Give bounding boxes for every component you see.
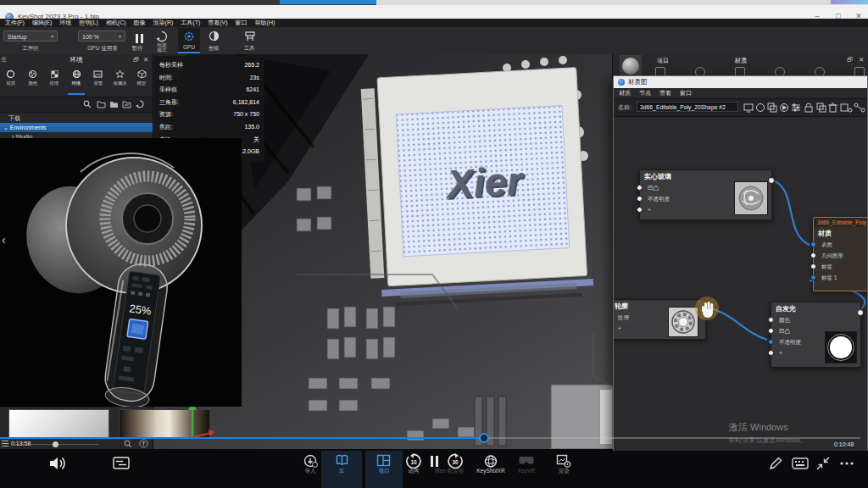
input-socket[interactable] [768, 328, 774, 334]
output-socket[interactable] [768, 177, 775, 184]
tab-models[interactable]: 模型 [131, 68, 153, 95]
output-socket[interactable] [857, 309, 864, 316]
zoom-icon[interactable] [124, 440, 132, 448]
graph-toolbar-icons[interactable] [743, 102, 867, 114]
denoise-icon[interactable] [209, 30, 220, 42]
project-label[interactable]: 项目 [370, 468, 398, 475]
open-folder-icon[interactable] [122, 100, 131, 108]
import-label[interactable]: 导入 [297, 468, 324, 475]
input-socket[interactable] [810, 274, 816, 280]
mg-menu-material[interactable]: 材质 [619, 89, 631, 97]
prev-chevron-icon[interactable]: ‹ [2, 233, 6, 247]
import-folder-icon[interactable] [109, 100, 119, 108]
material-name-field[interactable]: 3d66_Editable_Poly_20Shape #2 [637, 102, 738, 112]
tree-item-environments[interactable]: ⌄ Environments [0, 123, 153, 132]
tools-icon[interactable] [244, 30, 256, 42]
menu-environment[interactable]: 环境 [59, 19, 71, 27]
thumbnail-size-knob[interactable] [53, 441, 58, 447]
menu-window[interactable]: 窗口 [236, 19, 248, 27]
seekbar-knob[interactable] [479, 433, 489, 443]
tab-environments[interactable]: 环境 [65, 68, 87, 95]
menu-help[interactable]: 帮助(H) [255, 19, 275, 27]
node-input-label1[interactable]: 标签 1 [814, 272, 867, 283]
node-material-root[interactable]: 3d66_Editable_Poly_20Shape #2 材质 表面 几何图形… [813, 217, 867, 291]
mg-menu-window[interactable]: 窗口 [680, 89, 692, 97]
keyvr-icon[interactable] [519, 455, 534, 467]
node-input-label[interactable]: 标签 [814, 261, 867, 272]
keyboard-icon[interactable] [792, 458, 809, 469]
tree-item-downloads[interactable]: 下载 [0, 114, 153, 123]
add-folder-icon[interactable] [97, 100, 106, 108]
tab-materials[interactable]: 材质 [0, 68, 22, 95]
tab-backplates[interactable]: 背景 [87, 68, 109, 95]
gpu-icon [184, 31, 194, 42]
keyshotxr-icon[interactable] [483, 454, 498, 469]
gpu-usage-label: GPU 使用量 [71, 45, 134, 53]
seekbar-track[interactable] [487, 437, 860, 439]
volume-icon[interactable] [49, 456, 68, 471]
tab-favorites[interactable]: 收藏夹 [109, 68, 131, 95]
shrink-icon[interactable] [816, 457, 830, 470]
upload-icon[interactable] [139, 439, 148, 448]
node-input-geometry[interactable]: 几何图形 [814, 250, 867, 261]
mg-menu-node[interactable]: 节点 [639, 89, 651, 97]
library-icon[interactable] [335, 454, 349, 467]
input-socket[interactable] [810, 241, 816, 247]
render-icon[interactable] [556, 454, 571, 468]
menu-image[interactable]: 图像 [134, 19, 146, 27]
material-graph-menubar: 材质 节点 查看 窗口 [614, 88, 867, 99]
node-solid-glass[interactable]: 实心玻璃 凹凸 不透明度 + [639, 169, 772, 220]
earbud-render: 25% [0, 138, 242, 407]
input-socket[interactable] [768, 317, 774, 323]
render-label[interactable]: 渲染 [550, 468, 577, 475]
menu-camera[interactable]: 相机(C) [106, 19, 126, 27]
menu-file[interactable]: 文件(F) [5, 19, 25, 27]
project-icon[interactable] [376, 454, 391, 467]
list-menu-icon[interactable] [2, 441, 8, 441]
input-socket[interactable] [637, 196, 643, 202]
input-socket[interactable] [768, 339, 774, 345]
input-socket[interactable] [637, 207, 643, 213]
performance-mode-icon[interactable] [156, 30, 168, 42]
gpu-usage-dropdown[interactable]: 100 %▾ [78, 30, 125, 42]
close-panel-icon[interactable]: ✕ [143, 56, 148, 64]
close-panel-icon[interactable]: ✕ [859, 56, 864, 64]
node-emissive[interactable]: 自发光 颜色 凹凸 不透明度 + [771, 302, 861, 368]
rewind-10-icon[interactable]: 10 [405, 453, 422, 469]
menu-lighting[interactable]: 照明(L) [79, 19, 98, 27]
float-panel-icon[interactable]: 🗗 [133, 56, 140, 64]
material-graph-titlebar[interactable]: 材质图 [614, 76, 867, 88]
refresh-icon[interactable] [136, 100, 144, 108]
menu-render[interactable]: 渲染(R) [153, 19, 174, 27]
input-socket[interactable] [810, 252, 816, 258]
material-graph-canvas[interactable]: 实心玻璃 凹凸 不透明度 + 3d66_Editable_Poly_20Shap… [614, 117, 867, 452]
search-icon[interactable] [83, 100, 92, 108]
node-contour[interactable]: 轮廓 纹理 + [614, 299, 706, 340]
import-icon[interactable] [303, 454, 318, 468]
node-title: 自发光 [771, 302, 860, 314]
seekbar-progress[interactable] [0, 437, 480, 439]
node-input-surface[interactable]: 表面 [814, 239, 867, 250]
keyvr-label[interactable]: KeyVR [510, 468, 542, 474]
material-graph-window: 材质图 材质 节点 查看 窗口 名称: 3d66_Editable_Poly_2… [613, 75, 868, 451]
tab-textures[interactable]: 纹理 [43, 68, 65, 95]
workspace-dropdown[interactable]: Startup▾ [3, 30, 58, 42]
keyshotxr-label[interactable]: KeyShotXR [469, 468, 513, 474]
menu-tools[interactable]: 工具(T) [181, 19, 200, 27]
menu-edit[interactable]: 编辑(E) [32, 19, 52, 27]
environment-thumbnail-studio[interactable] [8, 409, 109, 439]
menu-view[interactable]: 查看(V) [208, 19, 227, 27]
input-socket[interactable] [637, 185, 643, 191]
library-label[interactable]: 库 [328, 468, 355, 475]
tab-colors[interactable]: 颜色 [22, 68, 44, 95]
input-socket[interactable] [810, 263, 816, 269]
danmaku-icon[interactable] [113, 457, 130, 469]
input-socket[interactable] [768, 350, 774, 356]
node-input-color[interactable]: 颜色 [771, 314, 860, 325]
forward-30-icon[interactable]: 30 [447, 453, 464, 469]
mg-menu-view[interactable]: 查看 [659, 89, 671, 97]
float-panel-icon[interactable]: 🗗 [847, 56, 854, 64]
edit-pencil-icon[interactable] [768, 456, 783, 471]
gpu-mode-button[interactable]: GPU [178, 28, 200, 53]
more-options-icon[interactable] [839, 461, 854, 466]
